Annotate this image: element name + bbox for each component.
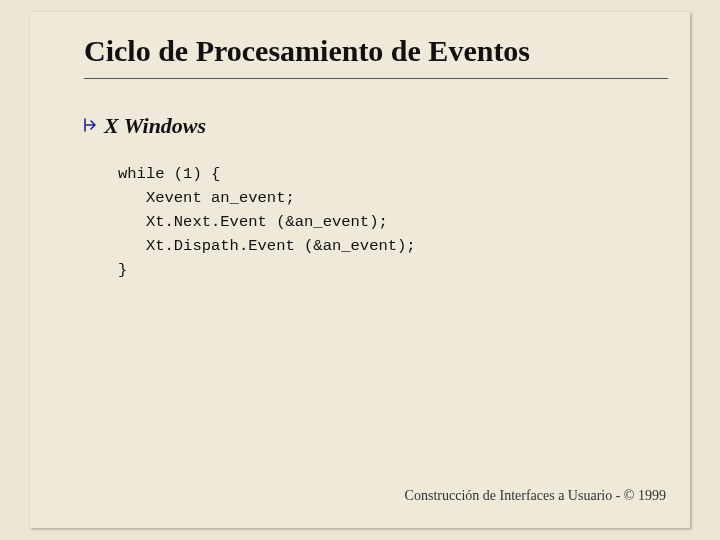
slide-title: Ciclo de Procesamiento de Eventos xyxy=(84,34,670,68)
slide: Ciclo de Procesamiento de Eventos X Wind… xyxy=(0,0,720,540)
bullet-icon xyxy=(84,118,96,132)
footer-text: Construcción de Interfaces a Usuario - ©… xyxy=(405,488,666,504)
section-heading: X Windows xyxy=(104,113,206,139)
code-block: while (1) { Xevent an_event; Xt.Next.Eve… xyxy=(118,162,416,282)
title-underline xyxy=(84,78,668,79)
